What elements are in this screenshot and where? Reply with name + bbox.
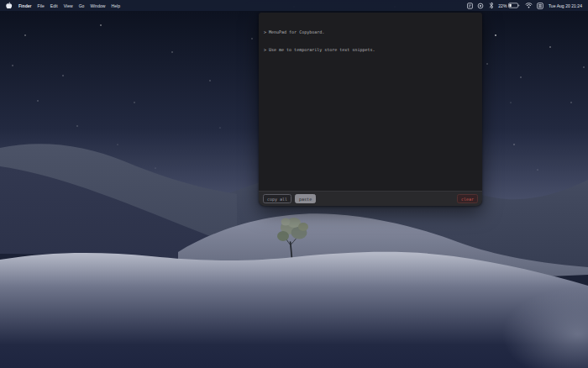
- menu-bar: Finder File Edit View Go Window Help 22%: [0, 0, 588, 11]
- control-center-icon[interactable]: [537, 3, 543, 9]
- clear-button[interactable]: clear: [457, 194, 478, 203]
- menu-item-edit[interactable]: Edit: [50, 3, 58, 8]
- menu-bar-clock[interactable]: Tue Aug 20 21:24: [549, 3, 582, 8]
- menu-item-view[interactable]: View: [64, 3, 73, 8]
- active-app-name[interactable]: Finder: [18, 3, 32, 8]
- wifi-icon[interactable]: [525, 3, 533, 8]
- menupad-text-area[interactable]: > MenuPad for Copyboard. > Use me to tem…: [259, 13, 482, 191]
- menupad-line: > MenuPad for Copyboard.: [264, 29, 477, 35]
- copy-all-button[interactable]: copy all: [263, 194, 291, 203]
- menu-bar-status: 22% Tue Aug 20 21:24: [467, 2, 582, 9]
- menu-item-go[interactable]: Go: [79, 3, 85, 8]
- menu-item-help[interactable]: Help: [112, 3, 120, 8]
- battery-percent-label: 22%: [498, 3, 507, 8]
- menupad-icon[interactable]: [467, 3, 473, 9]
- battery-icon: [508, 3, 520, 8]
- menupad-toolbar: copy all paste clear: [259, 191, 482, 206]
- menu-item-window[interactable]: Window: [90, 3, 105, 8]
- gear-icon[interactable]: [477, 3, 484, 9]
- menu-item-file[interactable]: File: [38, 3, 45, 8]
- apple-icon[interactable]: [6, 2, 13, 9]
- desktop: { "menu_bar": { "app_name": "Finder", "m…: [0, 0, 588, 368]
- menu-bar-left: Finder File Edit View Go Window Help: [6, 2, 120, 9]
- battery-status[interactable]: 22%: [498, 3, 520, 8]
- menupad-line: > Use me to temporarily store text snipp…: [264, 47, 477, 53]
- bluetooth-icon[interactable]: [489, 2, 494, 9]
- menupad-window: > MenuPad for Copyboard. > Use me to tem…: [259, 13, 482, 206]
- paste-button[interactable]: paste: [295, 194, 316, 203]
